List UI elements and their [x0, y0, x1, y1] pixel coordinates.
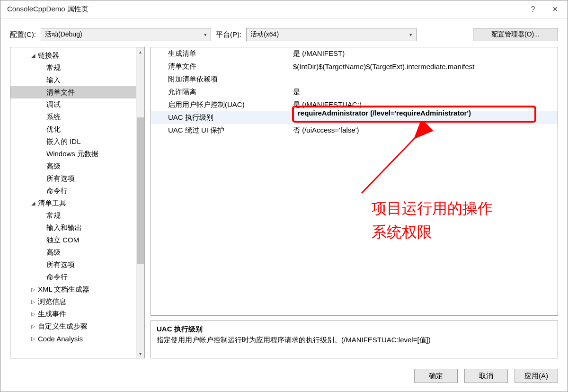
annotation-text: 项目运行用的操作 系统权限: [372, 197, 493, 244]
apply-button[interactable]: 应用(A): [515, 369, 558, 383]
description-text: 指定使用用户帐户控制运行时为应用程序请求的执行级别。(/MANIFESTUAC:…: [157, 336, 552, 345]
tree-item[interactable]: 命令行: [10, 271, 136, 283]
tree-node-custom-build[interactable]: ▷自定义生成步骤: [10, 320, 136, 332]
tree-item[interactable]: 优化: [10, 123, 136, 135]
titlebar: ConsoleCppDemo 属性页 ? ✕: [0, 0, 568, 18]
tree-item[interactable]: 调试: [10, 98, 136, 111]
chevron-down-icon: ▾: [204, 32, 207, 38]
prop-row-allow-isolation[interactable]: 允许隔离 是: [151, 86, 558, 98]
tree-item[interactable]: 系统: [10, 111, 136, 123]
help-button[interactable]: ?: [522, 2, 544, 17]
scroll-thumb[interactable]: [137, 117, 144, 264]
tree-item[interactable]: 嵌入的 IDL: [10, 135, 136, 148]
tree-node-manifest-tool[interactable]: ◢清单工具: [10, 197, 136, 209]
tree-node-xml-doc[interactable]: ▷XML 文档生成器: [10, 283, 136, 295]
cancel-button[interactable]: 取消: [464, 369, 508, 383]
config-row: 配置(C): 活动(Debug) ▾ 平台(P): 活动(x64) ▾ 配置管理…: [0, 18, 568, 47]
tree-item[interactable]: 常规: [10, 209, 136, 222]
config-label: 配置(C):: [10, 30, 36, 39]
config-dropdown[interactable]: 活动(Debug) ▾: [41, 28, 211, 41]
prop-row-enable-uac[interactable]: 启用用户帐户控制(UAC) 是 (/MANIFESTUAC:): [151, 98, 558, 111]
tree-node-linker[interactable]: ◢链接器: [10, 49, 136, 62]
window-title: ConsoleCppDemo 属性页: [7, 5, 522, 14]
tree-node-browse-info[interactable]: ▷浏览信息: [10, 295, 136, 308]
description-title: UAC 执行级别: [157, 325, 552, 334]
ok-button[interactable]: 确定: [414, 369, 458, 383]
main-area: ◢链接器 常规 输入 清单文件 调试 系统 优化 嵌入的 IDL Windows…: [0, 47, 568, 363]
tree-item[interactable]: 输入: [10, 74, 136, 86]
prop-row-additional-deps[interactable]: 附加清单依赖项: [151, 73, 558, 86]
tree-panel: ◢链接器 常规 输入 清单文件 调试 系统 优化 嵌入的 IDL Windows…: [10, 47, 145, 358]
right-panel: 生成清单 是 (/MANIFEST) 清单文件 $(IntDir)$(Targe…: [151, 47, 558, 358]
scroll-up-icon[interactable]: ▴: [136, 47, 144, 56]
prop-row-uac-level[interactable]: UAC 执行级别: [151, 111, 558, 124]
tree-item[interactable]: 所有选项: [10, 258, 136, 271]
tree-item[interactable]: 命令行: [10, 185, 136, 197]
tree-node-code-analysis[interactable]: ▷Code Analysis: [10, 332, 136, 345]
tree-item[interactable]: 独立 COM: [10, 234, 136, 246]
platform-dropdown[interactable]: 活动(x64) ▾: [246, 28, 417, 41]
tree-item[interactable]: Windows 元数据: [10, 148, 136, 160]
footer-buttons: 确定 取消 应用(A): [0, 363, 568, 392]
tree-item[interactable]: 所有选项: [10, 172, 136, 185]
tree-item[interactable]: 高级: [10, 160, 136, 172]
platform-label: 平台(P):: [216, 30, 241, 39]
close-button[interactable]: ✕: [544, 2, 566, 17]
tree-item[interactable]: 高级: [10, 246, 136, 258]
properties-panel: 生成清单 是 (/MANIFEST) 清单文件 $(IntDir)$(Targe…: [151, 47, 558, 316]
tree-item-manifest-file[interactable]: 清单文件: [10, 86, 136, 98]
tree-item[interactable]: 常规: [10, 62, 136, 74]
property-page-window: ConsoleCppDemo 属性页 ? ✕ 配置(C): 活动(Debug) …: [0, 0, 568, 392]
prop-row-uac-bypass[interactable]: UAC 绕过 UI 保护 否 (/uiAccess='false'): [151, 124, 558, 137]
config-value: 活动(Debug): [45, 30, 82, 39]
tree-node-build-events[interactable]: ▷生成事件: [10, 308, 136, 320]
titlebar-buttons: ? ✕: [522, 2, 566, 17]
platform-value: 活动(x64): [250, 30, 279, 39]
chevron-down-icon: ▾: [409, 32, 412, 38]
svg-line-0: [362, 127, 426, 193]
config-manager-button[interactable]: 配置管理器(O)...: [473, 28, 558, 41]
tree-scroll: ◢链接器 常规 输入 清单文件 调试 系统 优化 嵌入的 IDL Windows…: [10, 47, 136, 358]
tree-item[interactable]: 输入和输出: [10, 222, 136, 234]
tree-scrollbar[interactable]: ▴ ▾: [136, 47, 144, 358]
prop-row-manifest-file[interactable]: 清单文件 $(IntDir)$(TargetName)$(TargetExt).…: [151, 60, 558, 73]
scroll-down-icon[interactable]: ▾: [136, 349, 144, 358]
prop-row-generate-manifest[interactable]: 生成清单 是 (/MANIFEST): [151, 47, 558, 60]
description-panel: UAC 执行级别 指定使用用户帐户控制运行时为应用程序请求的执行级别。(/MAN…: [151, 321, 558, 358]
